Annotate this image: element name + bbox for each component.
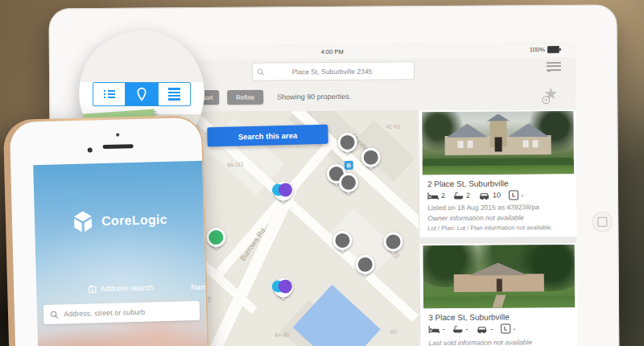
lot-number-label: 41-51	[386, 123, 400, 129]
battery-percent: 100%	[530, 46, 545, 53]
tab-name-search-partial[interactable]: Nam	[191, 282, 207, 292]
bath-icon	[453, 191, 464, 200]
bed-icon	[427, 192, 439, 200]
corelogic-logo-mark	[71, 208, 96, 235]
search-tabs: Address search Nam	[36, 282, 205, 299]
property-pin[interactable]	[339, 173, 358, 199]
last-sold-info: Last sold information not available	[428, 338, 532, 346]
address-search-input[interactable]	[59, 306, 200, 319]
owner-info: Owner information not available	[427, 213, 524, 222]
map-water	[293, 285, 381, 346]
bath-icon	[452, 324, 463, 333]
lockup-icon: L	[509, 190, 518, 200]
property-address: 3 Place St, Suburbville	[428, 312, 510, 322]
property-pin[interactable]	[356, 255, 375, 281]
iphone-bezel: CoreLogic Address search Nam	[10, 117, 208, 346]
battery-indicator: 100%	[530, 46, 559, 53]
tab-address-search[interactable]: Address search	[36, 282, 205, 295]
property-photo	[423, 245, 576, 308]
front-camera	[88, 147, 93, 152]
marketing-composite: 4:00 PM 100% Sort Refine Showing 90 prop…	[0, 0, 644, 346]
map-view-button[interactable]	[126, 83, 158, 105]
property-card[interactable]: 2 Place St, Suburbville 2 2 10 L- Listed…	[419, 109, 576, 236]
corelogic-logo: CoreLogic	[35, 206, 204, 236]
lot-number-label: 4D	[390, 328, 397, 334]
address-search-field[interactable]	[252, 61, 415, 80]
battery-icon	[547, 46, 559, 53]
search-icon	[50, 310, 59, 319]
text-lines-icon	[168, 87, 180, 101]
property-attributes: - - - L-	[428, 323, 520, 334]
lot-number-label: 84-90	[275, 332, 289, 337]
building-icon	[89, 284, 97, 293]
address-search-box[interactable]	[43, 301, 200, 324]
property-pin[interactable]	[383, 232, 402, 257]
car-icon	[478, 191, 490, 200]
view-toggle	[93, 82, 191, 106]
map-pin-icon	[135, 87, 148, 101]
property-photo	[422, 111, 574, 175]
detail-view-button[interactable]	[159, 83, 190, 105]
lockup-icon: L	[501, 323, 510, 333]
property-pin-green[interactable]	[206, 228, 225, 253]
iphone-device: CoreLogic Address search Nam	[3, 115, 210, 346]
search-this-area-button[interactable]: Search this area	[207, 125, 328, 147]
selected-property-pin[interactable]	[274, 278, 293, 303]
earpiece-speaker	[103, 144, 134, 148]
save-search-button[interactable]: ★ +	[543, 83, 564, 105]
property-attributes: 2 2 10 L-	[427, 190, 528, 200]
property-list: 2 Place St, Suburbville 2 2 10 L- Listed…	[418, 109, 577, 346]
listed-info: Listed on 18 Aug 2015 as 439238/pa	[427, 203, 539, 212]
search-input[interactable]	[265, 67, 414, 76]
refine-button[interactable]: Refine	[227, 90, 263, 105]
selected-property-pin[interactable]	[274, 181, 293, 207]
list-view-button[interactable]	[93, 83, 126, 105]
property-card[interactable]: 3 Place St, Suburbville - - - L- Last so…	[419, 243, 577, 346]
iphone-screen: CoreLogic Address search Nam	[33, 161, 208, 346]
property-address: 2 Place St, Suburbville	[427, 179, 509, 188]
search-icon	[257, 68, 265, 76]
bed-icon	[428, 325, 440, 334]
bullet-list-icon	[104, 89, 115, 99]
property-pin[interactable]	[332, 231, 352, 257]
plus-badge-icon: +	[542, 96, 550, 104]
proximity-sensor	[116, 134, 119, 137]
corelogic-logo-text: CoreLogic	[101, 212, 167, 229]
results-count: Showing 90 properties.	[277, 93, 351, 101]
car-icon	[476, 324, 488, 333]
property-pin[interactable]	[361, 148, 381, 174]
home-button[interactable]	[592, 212, 613, 233]
property-pin[interactable]	[338, 133, 357, 159]
clock: 4:00 PM	[321, 47, 344, 55]
lot-plan-info: Lot / Plan: Lot / Plan information not a…	[427, 224, 552, 232]
